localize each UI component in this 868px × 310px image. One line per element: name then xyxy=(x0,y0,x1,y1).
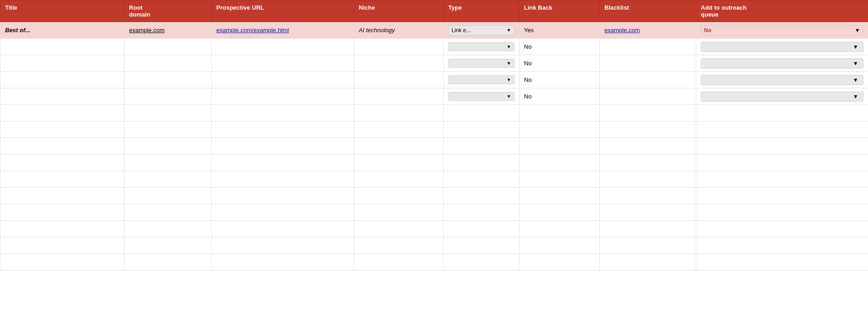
cell-title xyxy=(0,138,124,155)
cell-type[interactable] xyxy=(444,121,519,138)
table-row: ▼No▼ xyxy=(0,88,868,105)
cell-niche xyxy=(354,221,444,237)
cell-title xyxy=(0,155,124,171)
cell-type[interactable] xyxy=(444,221,519,237)
cell-outreach[interactable] xyxy=(696,171,868,188)
table-row: ▼No▼ xyxy=(0,72,868,88)
table-row xyxy=(0,171,868,188)
outreach-dropdown[interactable]: ▼ xyxy=(701,58,863,69)
main-table: Title Rootdomain Prospective URL Niche T… xyxy=(0,0,868,270)
header-title: Title xyxy=(0,0,124,22)
cell-linkback: No xyxy=(519,39,600,55)
cell-linkback xyxy=(519,237,600,254)
header-title-label: Title xyxy=(5,4,17,11)
cell-linkback xyxy=(519,155,600,171)
cell-title xyxy=(0,55,124,72)
cell-niche xyxy=(354,121,444,138)
cell-blacklist xyxy=(600,105,696,121)
cell-type[interactable]: ▼ xyxy=(444,39,519,55)
cell-outreach[interactable]: ▼ xyxy=(696,39,868,55)
cell-type[interactable]: ▼ xyxy=(444,55,519,72)
header-outreach-label: Add to outreachqueue xyxy=(701,4,747,18)
type-dropdown[interactable]: Link e...▼ xyxy=(448,25,514,35)
cell-blacklist xyxy=(600,171,696,188)
cell-type[interactable] xyxy=(444,155,519,171)
table-row xyxy=(0,237,868,254)
table-row xyxy=(0,121,868,138)
cell-type[interactable] xyxy=(444,138,519,155)
cell-blacklist xyxy=(600,204,696,221)
cell-title xyxy=(0,237,124,254)
cell-root xyxy=(124,237,212,254)
type-dropdown[interactable]: ▼ xyxy=(448,75,514,84)
cell-blacklist xyxy=(600,188,696,204)
header-url-label: Prospective URL xyxy=(216,4,264,11)
cell-type[interactable]: ▼ xyxy=(444,88,519,105)
outreach-dropdown[interactable]: ▼ xyxy=(701,75,863,85)
outreach-dropdown[interactable]: ▼ xyxy=(701,42,863,52)
cell-outreach[interactable] xyxy=(696,105,868,121)
cell-outreach[interactable]: ▼ xyxy=(696,88,868,105)
cell-linkback: Yes xyxy=(519,22,600,39)
chevron-down-icon: ▼ xyxy=(507,61,511,66)
cell-type[interactable] xyxy=(444,237,519,254)
cell-outreach[interactable] xyxy=(696,121,868,138)
cell-type[interactable]: ▼ xyxy=(444,72,519,88)
cell-linkback xyxy=(519,188,600,204)
type-dropdown[interactable]: ▼ xyxy=(448,92,514,101)
cell-type[interactable]: Link e...▼ xyxy=(444,22,519,39)
url-link[interactable]: example.com/example.html xyxy=(216,27,289,34)
table-row: Best of...example.comexample.com/example… xyxy=(0,22,868,39)
table-row xyxy=(0,138,868,155)
cell-linkback xyxy=(519,254,600,270)
cell-blacklist xyxy=(600,55,696,72)
cell-linkback xyxy=(519,121,600,138)
cell-type[interactable] xyxy=(444,105,519,121)
cell-blacklist xyxy=(600,72,696,88)
cell-root xyxy=(124,121,212,138)
blacklist-link[interactable]: example.com xyxy=(604,27,640,34)
header-niche: Niche xyxy=(354,0,444,22)
cell-url xyxy=(212,254,354,270)
cell-root xyxy=(124,204,212,221)
cell-outreach[interactable] xyxy=(696,138,868,155)
cell-linkback xyxy=(519,105,600,121)
cell-type[interactable] xyxy=(444,254,519,270)
cell-blacklist xyxy=(600,39,696,55)
header-root-label: Rootdomain xyxy=(129,4,150,18)
cell-outreach[interactable]: ▼ xyxy=(696,55,868,72)
cell-outreach[interactable]: No▼ xyxy=(696,22,868,39)
cell-title xyxy=(0,221,124,237)
cell-niche xyxy=(354,188,444,204)
cell-outreach[interactable] xyxy=(696,188,868,204)
cell-type[interactable] xyxy=(444,171,519,188)
outreach-dropdown[interactable]: ▼ xyxy=(701,92,863,102)
cell-url xyxy=(212,221,354,237)
header-root: Rootdomain xyxy=(124,0,212,22)
type-dropdown[interactable]: ▼ xyxy=(448,42,514,51)
cell-niche: AI technology xyxy=(354,22,444,39)
cell-type[interactable] xyxy=(444,204,519,221)
cell-url xyxy=(212,155,354,171)
cell-outreach[interactable]: ▼ xyxy=(696,72,868,88)
cell-outreach[interactable] xyxy=(696,155,868,171)
root-link[interactable]: example.com xyxy=(129,27,164,34)
cell-url: example.com/example.html xyxy=(212,22,354,39)
cell-niche xyxy=(354,138,444,155)
cell-outreach[interactable] xyxy=(696,221,868,237)
chevron-down-icon: ▼ xyxy=(507,77,511,82)
cell-niche xyxy=(354,39,444,55)
chevron-down-icon: ▼ xyxy=(853,44,858,50)
cell-outreach[interactable] xyxy=(696,254,868,270)
cell-outreach[interactable] xyxy=(696,237,868,254)
outreach-dropdown[interactable]: No▼ xyxy=(701,25,863,35)
cell-type[interactable] xyxy=(444,188,519,204)
cell-root xyxy=(124,39,212,55)
cell-niche xyxy=(354,171,444,188)
niche-value: AI technology xyxy=(359,27,395,34)
header-type: Type xyxy=(444,0,519,22)
chevron-down-icon: ▼ xyxy=(853,77,858,83)
type-dropdown[interactable]: ▼ xyxy=(448,59,514,68)
cell-outreach[interactable] xyxy=(696,204,868,221)
table-row: ▼No▼ xyxy=(0,55,868,72)
